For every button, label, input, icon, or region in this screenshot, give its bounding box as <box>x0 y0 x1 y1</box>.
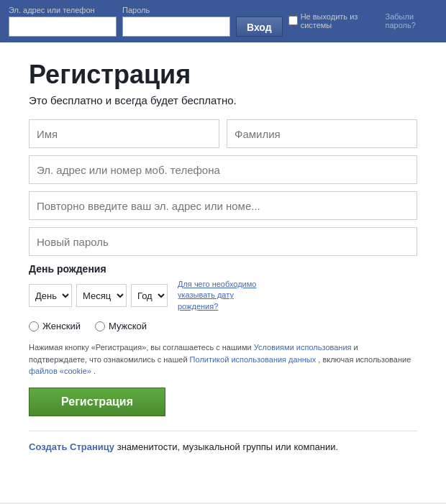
terms-conditions-link[interactable]: Условиями использования <box>254 343 352 352</box>
terms-policy-link[interactable]: Политикой использования данных <box>190 355 317 364</box>
last-name-input[interactable] <box>227 119 417 148</box>
email-label: Эл. адрес или телефон <box>9 6 117 14</box>
password-field-group: Пароль <box>122 6 230 37</box>
terms-text: Нажимая кнопку «Регистрация», вы соглаша… <box>29 342 417 377</box>
terms-cookie-link[interactable]: файлов «cookie» <box>29 367 91 375</box>
email-row <box>29 155 417 184</box>
email-input[interactable] <box>9 17 117 37</box>
login-fields: Эл. адрес или телефон Пароль Вход <box>9 6 283 37</box>
forgot-password-link[interactable]: Забыли пароль? <box>386 12 437 29</box>
reg-password-input[interactable] <box>29 227 417 256</box>
day-select[interactable]: День <box>29 284 72 307</box>
month-select[interactable]: Месяц <box>76 284 127 307</box>
gender-female-option[interactable]: Женский <box>29 321 81 331</box>
divider <box>29 431 417 431</box>
registration-title: Регистрация <box>29 60 417 90</box>
create-page-suffix-text: знаменитости, музыкальной группы или ком… <box>117 441 338 452</box>
birthday-row: День Месяц Год Для чего необходимо указы… <box>29 279 417 312</box>
email-field-group: Эл. адрес или телефон <box>9 6 117 37</box>
reg-email-input[interactable] <box>29 155 417 184</box>
gender-male-radio[interactable] <box>95 321 105 331</box>
remember-label: Не выходить из системы <box>301 12 378 29</box>
gender-female-radio[interactable] <box>29 321 39 331</box>
name-row <box>29 119 417 148</box>
birthday-label: День рождения <box>29 263 417 275</box>
top-bar: Эл. адрес или телефон Пароль Вход Не вых… <box>0 0 446 42</box>
email-confirm-row <box>29 191 417 220</box>
first-name-input[interactable] <box>29 119 219 148</box>
register-button[interactable]: Регистрация <box>29 388 165 416</box>
reg-email-confirm-input[interactable] <box>29 191 417 220</box>
terms-end: . <box>94 367 96 375</box>
terms-line3: , включая использование <box>318 355 411 364</box>
birthday-why-link[interactable]: Для чего необходимо указывать дату рожде… <box>178 279 271 312</box>
create-page-link[interactable]: Создать Страницу <box>29 441 114 452</box>
gender-female-label: Женский <box>42 321 81 331</box>
login-button[interactable]: Вход <box>236 17 283 37</box>
registration-subtitle: Это бесплатно и всегда будет бесплатно. <box>29 94 417 106</box>
remember-row: Не выходить из системы Забыли пароль? <box>288 12 437 29</box>
reg-password-row <box>29 227 417 256</box>
gender-male-label: Мужской <box>109 321 147 331</box>
password-label: Пароль <box>122 6 230 14</box>
remember-checkbox[interactable] <box>288 16 298 25</box>
terms-line1: Нажимая кнопку «Регистрация», вы соглаша… <box>29 343 252 352</box>
create-page-text: Создать Страницу знаменитости, музыкальн… <box>29 441 417 452</box>
main-content: Регистрация Это бесплатно и всегда будет… <box>0 42 446 503</box>
year-select[interactable]: Год <box>131 284 168 307</box>
gender-male-option[interactable]: Мужской <box>95 321 147 331</box>
gender-row: Женский Мужской <box>29 321 417 331</box>
password-input[interactable] <box>122 17 230 37</box>
